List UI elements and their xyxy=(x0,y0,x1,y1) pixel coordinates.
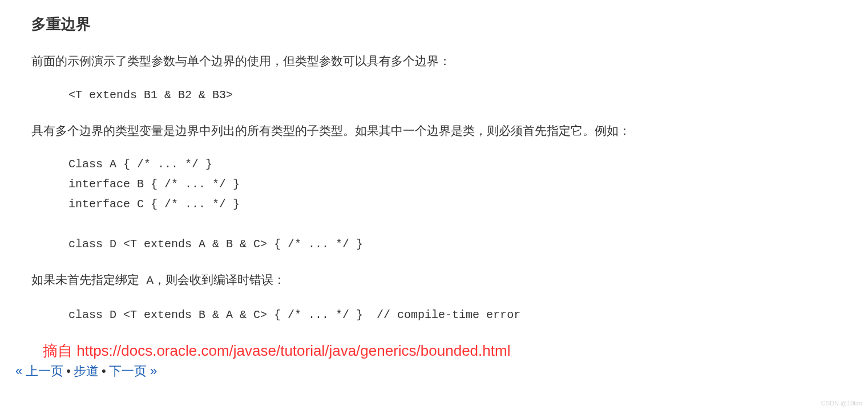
page-navigation: « 上一页•步道•下一页 » xyxy=(15,363,837,380)
code-block-error: class D <T extends B & A & C> { /* ... *… xyxy=(68,305,837,325)
prev-arrow-icon: « xyxy=(15,364,26,378)
error-paragraph: 如果未首先指定绑定 A，则会收到编译时错误： xyxy=(31,270,837,291)
inline-code-a: A xyxy=(139,274,154,287)
next-page-link[interactable]: 下一页 xyxy=(109,364,147,378)
code-block-example: Class A { /* ... */ } interface B { /* .… xyxy=(68,154,837,254)
next-arrow-icon: » xyxy=(147,364,157,378)
citation-link: 摘自 https://docs.oracle.com/javase/tutori… xyxy=(43,341,837,361)
code-block-syntax: <T extends B1 & B2 & B3> xyxy=(68,85,837,105)
prev-page-link[interactable]: 上一页 xyxy=(26,364,63,378)
section-heading: 多重边界 xyxy=(31,14,837,34)
trail-link[interactable]: 步道 xyxy=(74,364,99,378)
explanation-paragraph: 具有多个边界的类型变量是边界中列出的所有类型的子类型。如果其中一个边界是类，则必… xyxy=(31,121,837,140)
nav-separator: • xyxy=(102,364,106,378)
error-text-prefix: 如果未首先指定绑定 xyxy=(31,273,139,286)
error-text-suffix: ，则会收到编译时错误： xyxy=(154,273,285,286)
intro-paragraph: 前面的示例演示了类型参数与单个边界的使用，但类型参数可以具有多个边界： xyxy=(31,51,837,71)
nav-separator: • xyxy=(66,364,71,378)
